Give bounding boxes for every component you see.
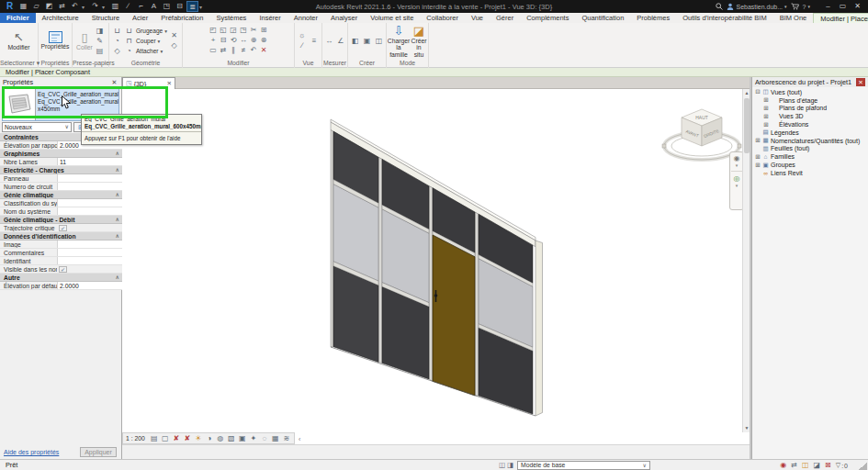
property-value[interactable] (57, 183, 122, 190)
visual-style-icon[interactable]: ▢ (161, 433, 170, 444)
property-value[interactable] (57, 174, 122, 182)
tree-expander-icon[interactable]: ⊞ (762, 105, 770, 112)
property-value[interactable] (57, 207, 122, 215)
print-icon[interactable]: ▥ (109, 1, 121, 12)
model-canvas[interactable]: HAUT AVANT DROITE (122, 89, 742, 432)
ribbon-tab[interactable]: Problèmes (630, 13, 676, 23)
cut-menu[interactable]: ⊓Couper▾ (124, 37, 167, 46)
create-assembly-icon[interactable]: ◫ (374, 37, 384, 46)
mullion-1[interactable] (378, 157, 382, 363)
section-icon[interactable]: ⊟ (174, 1, 186, 12)
mirror-line-icon[interactable]: ◳ (239, 26, 249, 35)
ribbon-tab[interactable]: Analyser (324, 13, 364, 23)
tree-item-label[interactable]: Légendes (770, 129, 799, 136)
ribbon-tab[interactable]: Volume et site (364, 13, 420, 23)
vertical-scrollbar[interactable]: ▲ ▼ (742, 89, 750, 432)
delete-icon[interactable]: ✕ (259, 46, 269, 55)
properties-button[interactable]: Propriétés (40, 31, 70, 50)
create-similar-icon[interactable]: ▣ (362, 37, 372, 46)
door-handle-knob[interactable] (434, 294, 438, 297)
property-row[interactable]: Élévation par défaut_2 2.0000 (0, 282, 122, 290)
tree-item-label[interactable]: Liens Revit (770, 170, 803, 176)
zoom-dropdown-icon[interactable]: ▾ (736, 184, 738, 188)
tree-item[interactable]: ⊞ ⌂ Familles (752, 152, 868, 161)
measure-angle-icon[interactable]: ∠ (336, 37, 346, 46)
property-value[interactable]: ✔ (59, 266, 67, 273)
tree-expander-icon[interactable]: ⊟ (754, 88, 761, 95)
sun-path-icon[interactable]: ✘ (172, 433, 181, 444)
crop-view-icon[interactable]: ▧ (227, 433, 236, 444)
open-icon[interactable]: ▱ (30, 1, 42, 12)
property-row[interactable]: Génie climatique (0, 191, 122, 199)
property-value[interactable]: ✔ (59, 225, 67, 231)
trim-icon[interactable]: ↔ (239, 36, 249, 45)
ribbon-tab[interactable]: Outils d'interopérabilité BIM (676, 13, 772, 23)
family-filter-combo[interactable]: Nouveaux Equipement ∨ (2, 122, 72, 132)
apply-button[interactable]: Appliquer (80, 447, 117, 457)
properties-help-link[interactable]: Aide des propriétés (4, 449, 59, 455)
steering-wheel-dropdown-icon[interactable]: ▾ (736, 163, 738, 168)
tree-item-label[interactable]: Vues (tout) (770, 89, 802, 95)
worksharing-display-icon[interactable]: ≋ (282, 433, 291, 444)
panel-select-label[interactable]: Sélectionner ▾ (0, 59, 38, 68)
match-icon[interactable]: ≠ (239, 46, 249, 55)
tree-item-label[interactable]: Feuilles (tout) (770, 145, 809, 151)
cope-icon[interactable]: ⊔ (112, 27, 122, 36)
property-row[interactable]: Classification du syst... (0, 199, 122, 207)
property-row[interactable]: Commentaires (0, 249, 122, 257)
undo-icon[interactable]: ↶ (69, 1, 81, 12)
scale-control[interactable]: 1 : 200 (126, 435, 148, 442)
text-icon[interactable]: A (148, 1, 160, 12)
aligned-dimension-icon[interactable]: ⌐ (135, 1, 147, 12)
property-row[interactable]: Electricité - Charges (0, 166, 122, 174)
align-icon[interactable]: ◰ (209, 26, 219, 35)
ribbon-tab[interactable]: Modifier | Placer Composant (813, 13, 868, 23)
create-group-icon[interactable]: ◧ (350, 37, 360, 46)
shadows-off-icon[interactable]: ✘ (183, 433, 192, 444)
tree-item-label[interactable]: Plans de plafond (778, 105, 827, 111)
ribbon-tab[interactable]: Quantification (575, 13, 630, 23)
load-family-button[interactable]: ⇩ Charger la famille (389, 24, 410, 58)
steering-wheel-icon[interactable]: ◉ (734, 154, 740, 162)
project-browser-header[interactable]: Arborescence du projet - Projet1 ✕ (752, 77, 868, 87)
ribbon-tab[interactable]: Acier (126, 13, 154, 23)
close-button[interactable]: ✕ (851, 1, 864, 12)
search-icon[interactable] (716, 1, 723, 12)
ribbon-tab[interactable]: Préfabrication (154, 13, 209, 23)
tree-item-label[interactable]: Vues 3D (778, 113, 804, 119)
thin-lines-icon[interactable]: ≣ (186, 1, 198, 12)
property-value[interactable] (57, 249, 122, 256)
tree-item[interactable]: ⊞ ▣ Groupes (752, 161, 868, 169)
ribbon-tab[interactable]: BIM One (773, 13, 814, 23)
property-value[interactable] (57, 257, 122, 264)
edit-linked-icon[interactable]: ⇄ (791, 461, 797, 470)
property-row[interactable]: Numero de circuit (0, 183, 122, 191)
extend-icon[interactable]: ⇄ (219, 46, 229, 55)
property-row[interactable]: Données d'identification (0, 232, 122, 241)
cope-menu[interactable]: ⊔Grugeage▾ (124, 27, 167, 36)
join-menu[interactable]: ◔Attacher▾ (124, 47, 167, 56)
wall-joins-icon[interactable]: ✕ (169, 31, 179, 40)
wall-end-cap[interactable] (535, 241, 543, 416)
drag-on-selection-icon[interactable]: ⊠ (825, 461, 831, 470)
design-options-icon[interactable]: ◨ (507, 461, 513, 469)
copy-modify-icon[interactable]: ⊟ (219, 36, 229, 45)
shadow-icon[interactable]: ◑ (205, 433, 214, 444)
tree-item[interactable]: ⊞ Vues 3D (752, 112, 868, 120)
clipboard-icon[interactable]: ▤ (95, 47, 105, 56)
unpin-icon[interactable]: ⊗ (259, 36, 269, 45)
project-browser-close-icon[interactable]: ✕ (856, 78, 865, 86)
move-icon[interactable]: + (209, 36, 219, 45)
tree-item[interactable]: ▤ Légendes (752, 129, 868, 137)
paste-button[interactable]: ▯ Coller (76, 30, 93, 50)
property-row[interactable]: Panneau (0, 174, 122, 183)
redo-icon[interactable]: ↷ (89, 1, 101, 12)
paint-icon[interactable]: ◇ (112, 47, 122, 56)
tree-item[interactable]: ⊞ Plans de plafond (752, 105, 868, 113)
property-value[interactable]: 11 (57, 158, 122, 165)
tree-expander-icon[interactable]: ⊞ (762, 113, 770, 120)
select-underlay-icon[interactable]: ◫ (802, 461, 809, 470)
ribbon-tab[interactable]: Compléments (520, 13, 575, 23)
property-row[interactable]: Trajectoire critique ✔ (0, 224, 122, 232)
lightbulb-icon[interactable]: ☼ (298, 31, 308, 40)
